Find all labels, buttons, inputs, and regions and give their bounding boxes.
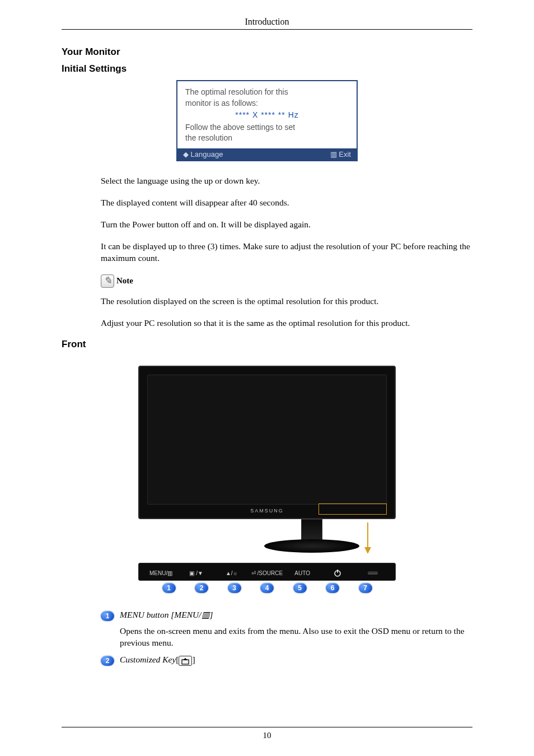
heading-front: Front [62,339,472,350]
paragraph-adjust: Adjust your PC resolution so that it is … [101,318,472,329]
paragraph-disappear: The displayed content will disappear aft… [101,197,472,209]
custom-key-icon [179,656,192,666]
osd-resolution-hz: **** X **** ** Hz [185,110,349,121]
legend-title-menu-pre: MENU button [MENU/ [120,610,202,619]
running-header: Introduction [62,17,472,30]
svg-marker-5 [183,658,188,660]
callout-4: 4 [260,583,274,593]
osd-footer-language: ◆ Language [183,150,223,158]
heading-your-monitor: Your Monitor [62,46,472,58]
legend-bracket-close: ] [192,655,195,664]
legend-body-menu: Opens the on-screen menu and exits from … [120,626,472,649]
callout-1: 1 [162,583,176,593]
button-zoom-highlight [318,503,387,515]
osd-line4: the resolution [185,133,349,144]
paragraph-power: Turn the Power button off and on. It wil… [101,219,472,231]
monitor-screen [147,375,387,505]
btn-auto: AUTO [285,570,320,576]
btn-power [320,569,355,577]
monitor-stand-base [264,539,359,553]
callout-5: 5 [293,583,307,593]
osd-glyph-icon: ▥ [202,610,210,619]
osd-dialog: The optimal resolution for this monitor … [176,80,358,161]
btn-led [355,571,391,575]
btn-source: ⏎ /SOURCE [249,570,284,576]
legend-title-menu: MENU button [MENU/▥] [120,610,213,619]
paragraph-select-language: Select the language using the up or down… [101,175,472,187]
legend-title-menu-post: ] [210,610,213,619]
legend-badge-2: 2 [101,656,114,666]
callout-arrow-icon [357,522,379,554]
callout-6: 6 [326,583,339,593]
legend-title-customkey: Customized Key [120,655,176,664]
monitor-illustration: SAMSUNG MENU/▥ ▣ /▼ ▲/☼ [138,366,396,593]
btn-up: ▲/☼ [214,570,249,576]
osd-footer-exit: ▥ Exit [330,150,351,158]
callout-2: 2 [195,583,208,593]
btn-menu: MENU/▥ [143,570,179,576]
legend-badge-1: 1 [101,611,114,621]
monitor-stand-neck [301,519,322,542]
osd-line1: The optimal resolution for this [185,87,349,98]
note-icon: ✎ [101,274,114,288]
paragraph-three-times: It can be displayed up to three (3) time… [101,241,472,264]
callout-3: 3 [228,583,241,593]
button-bar: MENU/▥ ▣ /▼ ▲/☼ ⏎ /SOURCE AUTO [138,563,396,581]
paragraph-optimal: The resolution displayed on the screen i… [101,296,472,307]
page-number: 10 [62,727,472,740]
svg-marker-1 [364,547,371,554]
svg-rect-4 [182,660,189,664]
note-label: Note [116,275,133,286]
osd-line3: Follow the above settings to set [185,122,349,133]
callout-7: 7 [359,583,372,593]
osd-line2: monitor is as follows: [185,98,349,109]
btn-down: ▣ /▼ [179,570,214,576]
heading-initial-settings: Initial Settings [62,63,472,74]
